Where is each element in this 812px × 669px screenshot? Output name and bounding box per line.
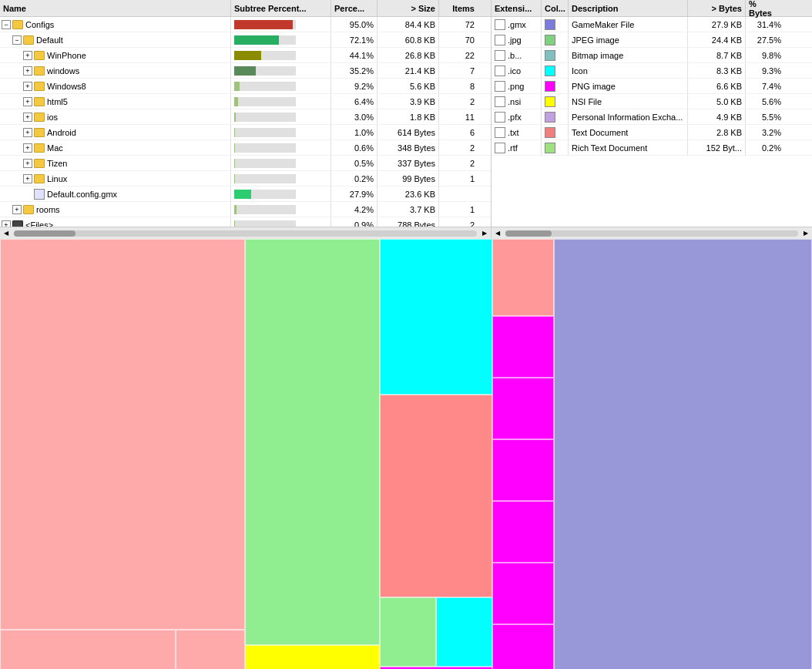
tree-row[interactable]: −Configs95.0%84.4 KB72 — [0, 17, 491, 32]
folder-icon — [34, 66, 45, 76]
tree-row[interactable]: +html56.4%3.9 KB2 — [0, 94, 491, 109]
tree-row[interactable]: +Android1.0%614 Bytes6 — [0, 125, 491, 140]
tree-cell-size: 1.8 KB — [377, 109, 439, 124]
ext-file-icon — [495, 96, 505, 107]
treemap-cell[interactable] — [492, 316, 554, 378]
ext-row[interactable]: .txtText Document2.8 KB3.2% — [492, 125, 812, 140]
tree-row[interactable]: +Linux0.2%99 Bytes1 — [0, 171, 491, 187]
treemap-cell[interactable] — [492, 501, 554, 563]
tree-row[interactable]: +ios3.0%1.8 KB11 — [0, 109, 491, 125]
tree-cell-name: Default.config.gmx — [0, 187, 231, 201]
rscroll-track[interactable] — [505, 230, 798, 237]
col-size-header: > Size — [377, 0, 439, 16]
treemap-cell[interactable] — [245, 645, 380, 669]
expand-button[interactable]: + — [23, 66, 32, 76]
tree-row[interactable]: Default.config.gmx27.9%23.6 KB — [0, 187, 491, 202]
row-label: Mac — [47, 143, 63, 153]
left-panel-body[interactable]: −Configs95.0%84.4 KB72−Default72.1%60.8 … — [0, 17, 491, 227]
ext-row[interactable]: .gmxGameMaker File27.9 KB31.4% — [492, 17, 812, 32]
treemap-cell[interactable] — [492, 439, 554, 501]
treemap-cell[interactable] — [176, 630, 245, 669]
treemap-cell[interactable] — [554, 239, 812, 669]
treemap-cell[interactable] — [380, 597, 436, 667]
scroll-left-arrow[interactable]: ◀ — [0, 227, 12, 240]
tree-row[interactable]: +<Files>0.9%788 Bytes2 — [0, 217, 491, 227]
treemap-cell[interactable] — [492, 563, 554, 624]
right-scrollbar[interactable]: ◀ ▶ — [492, 227, 812, 239]
treemap-cell[interactable] — [380, 239, 492, 395]
scroll-right-arrow[interactable]: ▶ — [478, 227, 491, 240]
expand-button[interactable]: + — [23, 113, 32, 122]
row-label: ios — [47, 113, 58, 122]
expand-button[interactable]: + — [23, 174, 32, 183]
ext-row[interactable]: .nsiNSI File5.0 KB5.6% — [492, 94, 812, 109]
ext-row[interactable]: .pngPNG image6.6 KB7.4% — [492, 79, 812, 94]
ext-row[interactable]: .jpgJPEG image24.4 KB27.5% — [492, 32, 812, 48]
treemap-cell[interactable] — [492, 239, 554, 316]
tree-cell-items: 2 — [439, 156, 478, 170]
folder-icon — [12, 220, 23, 227]
expand-button[interactable]: + — [23, 159, 32, 168]
tree-row[interactable]: +windows35.2%21.4 KB7 — [0, 63, 491, 79]
treemap-cell[interactable] — [436, 597, 492, 667]
expand-button[interactable]: + — [12, 205, 22, 214]
tree-cell-perce: 35.2% — [331, 63, 377, 78]
tree-cell-items: 11 — [439, 109, 478, 124]
treemap-cell[interactable] — [492, 624, 554, 669]
color-swatch — [545, 96, 555, 107]
expand-button[interactable]: + — [23, 143, 32, 153]
treemap-cell[interactable] — [380, 395, 492, 597]
tree-cell-subtree — [231, 94, 331, 109]
ext-row[interactable]: .b...Bitmap image8.7 KB9.8% — [492, 48, 812, 63]
bytes-cell: 6.6 KB — [688, 79, 746, 93]
expand-button[interactable]: − — [2, 20, 11, 29]
ext-row[interactable]: .pfxPersonal Information Excha...4.9 KB5… — [492, 109, 812, 125]
expand-button[interactable]: + — [23, 128, 32, 137]
tree-row[interactable]: −Default72.1%60.8 KB70 — [0, 32, 491, 48]
row-label: WinPhone — [47, 51, 86, 60]
ext-cell: .pfx — [492, 109, 542, 124]
rscroll-right-arrow[interactable]: ▶ — [800, 227, 812, 240]
tree-row[interactable]: +Mac0.6%348 Bytes2 — [0, 140, 491, 156]
folder-icon — [34, 174, 45, 183]
treemap-cell[interactable] — [492, 378, 554, 439]
bar-container — [234, 220, 296, 227]
bar-fill — [234, 159, 235, 168]
ext-row[interactable]: .rtfRich Text Document152 Byt...0.2% — [492, 140, 812, 156]
tree-cell-name: −Configs — [0, 17, 231, 32]
tree-cell-subtree — [231, 187, 331, 201]
ext-cell: .jpg — [492, 32, 542, 47]
rscroll-left-arrow[interactable]: ◀ — [492, 227, 504, 240]
scroll-thumb[interactable] — [14, 230, 75, 237]
tree-cell-perce: 0.9% — [331, 217, 377, 227]
tree-row[interactable]: +rooms4.2%3.7 KB1 — [0, 202, 491, 217]
tree-row[interactable]: +Tizen0.5%337 Bytes2 — [0, 156, 491, 171]
tree-cell-perce: 0.5% — [331, 156, 377, 170]
desc-cell: NSI File — [569, 94, 688, 109]
scroll-track[interactable] — [14, 230, 477, 237]
desc-cell: Icon — [569, 63, 688, 78]
folder-icon — [34, 97, 45, 106]
expand-button[interactable]: − — [12, 35, 22, 45]
rscroll-thumb[interactable] — [505, 230, 552, 237]
bar-fill — [234, 174, 235, 183]
right-panel-body[interactable]: .gmxGameMaker File27.9 KB31.4%.jpgJPEG i… — [492, 17, 812, 227]
desc-cell: JPEG image — [569, 32, 688, 47]
expand-button[interactable]: + — [23, 97, 32, 106]
col-name-header: Name — [0, 0, 231, 16]
tree-cell-subtree — [231, 32, 331, 47]
expand-button[interactable]: + — [23, 51, 32, 60]
treemap-cell[interactable] — [245, 239, 380, 645]
treemap-cell[interactable] — [0, 630, 176, 669]
ext-label: .nsi — [508, 97, 521, 106]
desc-cell: PNG image — [569, 79, 688, 93]
folder-icon — [12, 20, 23, 29]
expand-button[interactable]: + — [23, 82, 32, 91]
expand-button[interactable]: + — [2, 220, 11, 227]
treemap-cell[interactable] — [0, 239, 245, 630]
left-scrollbar[interactable]: ◀ ▶ — [0, 227, 491, 239]
tree-row[interactable]: +Windows89.2%5.6 KB8 — [0, 79, 491, 94]
tree-row[interactable]: +WinPhone44.1%26.8 KB22 — [0, 48, 491, 63]
tree-cell-perce: 9.2% — [331, 79, 377, 93]
ext-row[interactable]: .icoIcon8.3 KB9.3% — [492, 63, 812, 79]
